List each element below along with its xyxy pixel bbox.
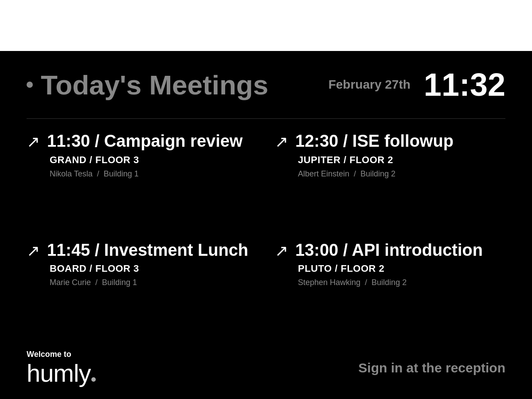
sign-in-text: Sign in at the reception (358, 360, 505, 376)
arrow-icon-2: ↗ (275, 134, 288, 150)
header-section: Today's Meetings February 27th 11:32 (27, 51, 505, 118)
meeting-room-1: GRAND / Floor 3 (50, 154, 257, 166)
main-container: Today's Meetings February 27th 11:32 ↗ 1… (0, 51, 532, 399)
meeting-person-2: Albert Einstein / Building 2 (298, 169, 505, 179)
humly-logo: humly (27, 361, 96, 386)
meeting-title-1: 11:30 / Campaign review (47, 132, 243, 151)
time-display: 11:32 (424, 69, 505, 101)
meetings-grid: ↗ 11:30 / Campaign review GRAND / Floor … (27, 123, 505, 341)
meeting-title-4: 13:00 / API introduction (295, 241, 483, 260)
meeting-room-2: JUPITER / Floor 2 (298, 154, 505, 166)
date-display: February 27th (329, 78, 411, 92)
page-title: Today's Meetings (27, 69, 268, 101)
branding: Welcome to humly (27, 350, 96, 386)
arrow-icon-3: ↗ (27, 243, 40, 259)
meeting-person-3: Marie Curie / Building 1 (50, 278, 257, 287)
arrow-icon-4: ↗ (275, 243, 288, 259)
meeting-room-3: BOARD / Floor 3 (50, 263, 257, 274)
header-divider (27, 118, 505, 119)
meeting-title-row-2: ↗ 12:30 / ISE followup (275, 132, 505, 151)
meeting-item-1[interactable]: ↗ 11:30 / Campaign review GRAND / Floor … (27, 123, 257, 232)
humly-logo-text: humly (27, 361, 90, 386)
meeting-room-4: PLUTO / Floor 2 (298, 263, 505, 274)
bottom-section: Welcome to humly Sign in at the receptio… (27, 341, 505, 399)
page-title-text: Today's Meetings (41, 69, 268, 101)
top-white-bar (0, 0, 532, 51)
welcome-text: Welcome to (27, 350, 96, 359)
humly-logo-dot-icon (91, 377, 96, 382)
header-right: February 27th 11:32 (329, 69, 505, 101)
meeting-item-2[interactable]: ↗ 12:30 / ISE followup JUPITER / Floor 2… (275, 123, 505, 232)
meeting-title-row-1: ↗ 11:30 / Campaign review (27, 132, 257, 151)
meeting-title-row-4: ↗ 13:00 / API introduction (275, 241, 505, 260)
meeting-title-row-3: ↗ 11:45 / Investment Lunch (27, 241, 257, 260)
meeting-item-4[interactable]: ↗ 13:00 / API introduction PLUTO / Floor… (275, 232, 505, 341)
meeting-person-4: Stephen Hawking / Building 2 (298, 278, 505, 287)
meeting-title-2: 12:30 / ISE followup (295, 132, 454, 151)
arrow-icon-1: ↗ (27, 134, 40, 150)
meeting-title-3: 11:45 / Investment Lunch (47, 241, 248, 260)
meeting-item-3[interactable]: ↗ 11:45 / Investment Lunch BOARD / Floor… (27, 232, 257, 341)
meeting-person-1: Nikola Tesla / Building 1 (50, 169, 257, 179)
title-bullet-icon (27, 82, 33, 88)
